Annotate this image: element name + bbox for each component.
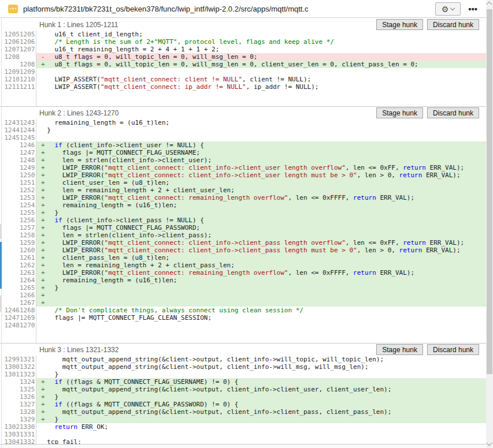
diff-row-context[interactable]: 12051205 u16_t client_id_length;	[0, 31, 486, 38]
diff-row-context[interactable]: 12461268 /* Don't complicate things, alw…	[0, 307, 486, 314]
code-line: flags |= MQTT_CONNECT_FLAG_PASSWORD;	[35, 224, 200, 232]
removed-marker-icon: -	[41, 53, 45, 61]
diff-row-added[interactable]: 1258+ len = strlen(client_info->client_p…	[0, 232, 486, 239]
diff-row-added[interactable]: 1256+ if (client_info->client_pass != NU…	[0, 216, 486, 224]
line-number-new: 1264	[20, 277, 35, 284]
added-marker-icon: +	[41, 209, 45, 216]
diff-row-added[interactable]: 1259+ LWIP_ERROR("mqtt_client_connect: c…	[0, 239, 486, 247]
added-marker-icon: +	[41, 224, 45, 232]
diff-row-context[interactable]: 13041332 tcp_fail:	[0, 438, 486, 444]
code-line: if ((flags & MQTT_CONNECT_FLAG_USERNAME)…	[35, 378, 238, 386]
diff-row-added[interactable]: 1262+ len = remaining_length + 2 + clien…	[0, 262, 486, 269]
diff-row-context[interactable]: 12111211 LWIP_ASSERT("mqtt_client_connec…	[0, 83, 486, 91]
added-marker-icon: +	[41, 201, 45, 209]
diff-row-added[interactable]: 1246+ if (client_info->client_user != NU…	[0, 141, 486, 149]
diff-row-added[interactable]: 1261+ client_pass_len = (u8_t)len;	[0, 254, 486, 262]
code-line: client_pass_len = (u8_t)len;	[35, 254, 169, 262]
diff-row-added[interactable]: 1250+ LWIP_ERROR("mqtt_client_connect: c…	[0, 171, 486, 179]
line-number-new: 1262	[20, 262, 35, 269]
scroll-up-icon[interactable]	[487, 2, 492, 8]
diff-row-added[interactable]: 1327+ if ((flags & MQTT_CONNECT_FLAG_PAS…	[0, 401, 486, 408]
code-line: flags |= MQTT_CONNECT_FLAG_USERNAME;	[35, 149, 200, 156]
diff-row-added[interactable]: 1251+ client_user_len = (u8_t)len;	[0, 179, 486, 186]
added-marker-icon: +	[41, 386, 45, 393]
code-line: }	[35, 393, 58, 401]
line-number-new: 1269	[20, 314, 35, 322]
discard-hunk-button[interactable]: Discard hunk	[427, 19, 479, 30]
diff-row-added[interactable]: 1329+ }	[0, 416, 486, 423]
diff-row-context[interactable]: 13031331	[0, 431, 486, 438]
line-number-new: 1205	[20, 31, 35, 38]
code-line: u8_t flags = 0, will_topic_len = 0, will…	[35, 61, 418, 68]
diff-row-added[interactable]: 1247+ flags |= MQTT_CONNECT_FLAG_USERNAM…	[0, 149, 486, 156]
diff-row-context[interactable]: 12061206 /* Length is the sum of 2+"MQTT…	[0, 38, 486, 46]
diff-row-context[interactable]: 12101210 LWIP_ASSERT("mqtt_client_connec…	[0, 76, 486, 83]
diff-row-added[interactable]: 1254+ remaining_length = (u16_t)len;	[0, 201, 486, 209]
added-marker-icon: +	[41, 262, 45, 269]
diff-row-added[interactable]: 1208+ u8_t flags = 0, will_topic_len = 0…	[0, 61, 486, 68]
stage-hunk-button[interactable]: Stage hunk	[376, 344, 423, 355]
line-number-new: 1328	[20, 408, 35, 416]
added-marker-icon: +	[41, 239, 45, 247]
diff-row-added[interactable]: 1248+ len = strlen(client_info->client_u…	[0, 156, 486, 164]
stage-hunk-button[interactable]: Stage hunk	[376, 19, 423, 30]
diff-row-context[interactable]: 12451245	[0, 134, 486, 141]
hunk-title: Hunk 1 : Lines 1205-1211	[39, 21, 118, 29]
line-number-new: 1265	[20, 284, 35, 292]
diff-row-added[interactable]: 1253+ LWIP_ERROR("mqtt_client_connect: r…	[0, 194, 486, 201]
line-number-new: 1251	[20, 179, 35, 186]
code-line: flags |= MQTT_CONNECT_FLAG_CLEAN_SESSION…	[35, 314, 212, 322]
added-marker-icon: +	[41, 194, 45, 201]
line-number-new: 1321	[20, 356, 35, 363]
code-line: remaining_length = (u16_t)len;	[35, 277, 177, 284]
added-marker-icon: +	[41, 378, 45, 386]
line-number-new: 1256	[20, 216, 35, 224]
diff-row-context[interactable]: 12441244 }	[0, 126, 486, 134]
diff-row-context[interactable]: 13011323 }	[0, 371, 486, 378]
diff-row-context[interactable]: 13021330 return ERR_OK;	[0, 423, 486, 431]
diff-row-added[interactable]: 1252+ len = remaining_length + 2 + clien…	[0, 186, 486, 194]
diff-row-context[interactable]: 12431243 remaining_length = (u16_t)len;	[0, 119, 486, 126]
line-number-old: 1207	[0, 46, 20, 53]
file-path: platforms/bk7231t/bk7231t_os/beken378/fu…	[23, 5, 309, 13]
discard-hunk-button[interactable]: Discard hunk	[427, 107, 479, 118]
diff-row-added[interactable]: 1324+ if ((flags & MQTT_CONNECT_FLAG_USE…	[0, 378, 486, 386]
code-line: return ERR_OK;	[35, 423, 108, 431]
diff-row-context[interactable]: 12071207 u16_t remaining_length = 2 + 4 …	[0, 46, 486, 53]
line-number-new: 1324	[20, 378, 35, 386]
diff-row-context[interactable]: 12481270	[0, 322, 486, 329]
added-marker-icon: +	[41, 284, 45, 292]
scrollbar-thumb[interactable]	[487, 9, 492, 374]
code-line: mqtt_output_append_string(&client->outpu…	[35, 408, 391, 416]
diff-row-context[interactable]: 12991321 mqtt_output_append_string(&clie…	[0, 356, 486, 363]
modified-file-icon	[8, 5, 18, 13]
diff-row-deleted[interactable]: 1208- u8_t flags = 0, will_topic_len = 0…	[0, 53, 486, 61]
diff-row-added[interactable]: 1265+ }	[0, 284, 486, 292]
scroll-down-icon[interactable]	[487, 440, 492, 446]
added-marker-icon: +	[41, 299, 45, 307]
diff-row-added[interactable]: 1257+ flags |= MQTT_CONNECT_FLAG_PASSWOR…	[0, 224, 486, 232]
stage-hunk-button[interactable]: Stage hunk	[376, 107, 423, 118]
more-options-button[interactable]: •••	[468, 4, 477, 14]
diff-row-added[interactable]: 1255+ }	[0, 209, 486, 216]
diff-row-added[interactable]: 1325+ mqtt_output_append_string(&client-…	[0, 386, 486, 393]
diff-row-added[interactable]: 1249+ LWIP_ERROR("mqtt_client_connect: c…	[0, 164, 486, 171]
diff-row-added[interactable]: 1264+ remaining_length = (u16_t)len;	[0, 277, 486, 284]
diff-row-added[interactable]: 1267+	[0, 299, 486, 307]
code-line: client_user_len = (u8_t)len;	[35, 179, 169, 186]
diff-row-added[interactable]: 1260+ LWIP_ERROR("mqtt_client_connect: c…	[0, 247, 486, 254]
vertical-scrollbar[interactable]	[486, 0, 493, 448]
diff-row-added[interactable]: 1326+ }	[0, 393, 486, 401]
diff-options-button[interactable]: ⚙	[435, 2, 461, 16]
discard-hunk-button[interactable]: Discard hunk	[427, 344, 479, 355]
line-number-new: 1259	[20, 239, 35, 247]
diff-row-context[interactable]: 12471269 flags |= MQTT_CONNECT_FLAG_CLEA…	[0, 314, 486, 322]
diff-row-added[interactable]: 1263+ LWIP_ERROR("mqtt_client_connect: r…	[0, 269, 486, 277]
diff-row-added[interactable]: 1266+	[0, 292, 486, 299]
line-number-new: 1209	[20, 68, 35, 76]
code-line: LWIP_ASSERT("mqtt_client_connect: client…	[35, 76, 311, 83]
diff-row-added[interactable]: 1328+ mqtt_output_append_string(&client-…	[0, 408, 486, 416]
diff-row-context[interactable]: 13001322 mqtt_output_append_string(&clie…	[0, 363, 486, 371]
diff-row-context[interactable]: 12091209	[0, 68, 486, 76]
line-number-new: 1206	[20, 38, 35, 46]
